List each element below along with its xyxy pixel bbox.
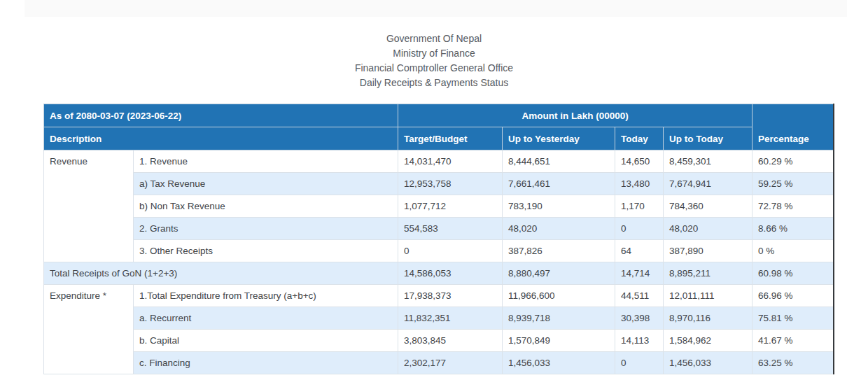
table-row: b) Non Tax Revenue1,077,712783,1901,1707…	[44, 195, 834, 218]
row-description: 2. Grants	[134, 218, 398, 240]
table-row: Revenue1. Revenue14,031,4708,444,65114,6…	[44, 150, 834, 173]
value-cell: 1,584,962	[664, 330, 752, 352]
row-description: 1. Revenue	[134, 150, 398, 173]
value-cell: 0 %	[752, 240, 834, 262]
value-cell: 8,970,116	[664, 307, 752, 330]
report-table-body: Revenue1. Revenue14,031,4708,444,65114,6…	[44, 150, 834, 374]
value-cell: 48,020	[503, 218, 615, 240]
table-row: c. Financing2,302,1771,456,03301,456,033…	[44, 352, 834, 374]
row-description: 3. Other Receipts	[134, 240, 398, 262]
value-cell: 12,953,758	[398, 173, 503, 195]
value-cell: 387,826	[503, 240, 615, 262]
value-cell: 784,360	[664, 195, 752, 218]
table-row: Total Receipts of GoN (1+2+3)14,586,0538…	[44, 262, 834, 285]
title-line-report-name: Daily Receipts & Payments Status	[0, 76, 868, 90]
row-description: 1.Total Expenditure from Treasury (a+b+c…	[134, 285, 398, 307]
value-cell: 64	[615, 240, 664, 262]
row-description: b. Capital	[134, 330, 398, 352]
value-cell: 12,011,111	[664, 285, 752, 307]
value-cell: 783,190	[503, 195, 615, 218]
value-cell: 60.29 %	[752, 150, 834, 173]
value-cell: 1,456,033	[503, 352, 615, 374]
column-header-up-to-today: Up to Today	[664, 127, 752, 150]
value-cell: 8,939,718	[503, 307, 615, 330]
value-cell: 1,077,712	[398, 195, 503, 218]
column-header-today: Today	[615, 127, 664, 150]
value-cell: 13,480	[615, 173, 664, 195]
value-cell: 60.98 %	[752, 262, 834, 285]
column-header-up-to-yesterday: Up to Yesterday	[503, 127, 615, 150]
value-cell: 14,714	[615, 262, 664, 285]
value-cell: 554,583	[398, 218, 503, 240]
value-cell: 14,586,053	[398, 262, 503, 285]
value-cell: 8,459,301	[664, 150, 752, 173]
column-header-percentage: Percentage	[752, 104, 834, 150]
value-cell: 41.67 %	[752, 330, 834, 352]
table-row: Expenditure *1.Total Expenditure from Tr…	[44, 285, 834, 307]
value-cell: 387,890	[664, 240, 752, 262]
value-cell: 17,938,373	[398, 285, 503, 307]
table-row: 2. Grants554,58348,020048,0208.66 %	[44, 218, 834, 240]
table-row: 3. Other Receipts0387,82664387,8900 %	[44, 240, 834, 262]
column-header-description: Description	[44, 127, 398, 150]
title-line-ministry: Ministry of Finance	[0, 46, 868, 61]
value-cell: 8.66 %	[752, 218, 834, 240]
value-cell: 59.25 %	[752, 173, 834, 195]
value-cell: 75.81 %	[752, 307, 834, 330]
value-cell: 14,650	[615, 150, 664, 173]
value-cell: 7,661,461	[503, 173, 615, 195]
value-cell: 11,832,351	[398, 307, 503, 330]
title-line-government: Government Of Nepal	[0, 31, 868, 46]
value-cell: 63.25 %	[752, 352, 834, 374]
value-cell: 8,880,497	[503, 262, 615, 285]
value-cell: 1,170	[615, 195, 664, 218]
value-cell: 0	[398, 240, 503, 262]
as-of-date-header: As of 2080-03-07 (2023-06-22)	[44, 104, 398, 127]
value-cell: 0	[615, 352, 664, 374]
value-cell: 7,674,941	[664, 173, 752, 195]
value-cell: 8,895,211	[664, 262, 752, 285]
row-description: c. Financing	[134, 352, 398, 374]
report-title-block: Government Of Nepal Ministry of Finance …	[0, 31, 868, 90]
table-row: a. Recurrent11,832,3518,939,71830,3988,9…	[44, 307, 834, 330]
top-toolbar-strip	[24, 0, 847, 17]
title-line-office: Financial Comptroller General Office	[0, 61, 868, 76]
amount-unit-header: Amount in Lakh (00000)	[398, 104, 752, 127]
value-cell: 72.78 %	[752, 195, 834, 218]
row-description: a) Tax Revenue	[134, 173, 398, 195]
column-header-target-budget: Target/Budget	[398, 127, 503, 150]
value-cell: 1,456,033	[664, 352, 752, 374]
value-cell: 44,511	[615, 285, 664, 307]
value-cell: 30,398	[615, 307, 664, 330]
value-cell: 2,302,177	[398, 352, 503, 374]
value-cell: 66.96 %	[752, 285, 834, 307]
value-cell: 0	[615, 218, 664, 240]
row-group-label: Revenue	[44, 150, 134, 262]
table-header: As of 2080-03-07 (2023-06-22) Amount in …	[44, 104, 834, 150]
row-description: Total Receipts of GoN (1+2+3)	[44, 262, 398, 285]
table-row: b. Capital3,803,8451,570,84914,1131,584,…	[44, 330, 834, 352]
header-row-top: As of 2080-03-07 (2023-06-22) Amount in …	[44, 104, 834, 127]
value-cell: 3,803,845	[398, 330, 503, 352]
daily-receipts-payments-table: As of 2080-03-07 (2023-06-22) Amount in …	[43, 104, 834, 374]
value-cell: 8,444,651	[503, 150, 615, 173]
table-row: a) Tax Revenue12,953,7587,661,46113,4807…	[44, 173, 834, 195]
value-cell: 48,020	[664, 218, 752, 240]
header-row-columns: Description Target/Budget Up to Yesterda…	[44, 127, 834, 150]
value-cell: 11,966,600	[503, 285, 615, 307]
row-group-label: Expenditure *	[44, 285, 134, 374]
value-cell: 1,570,849	[503, 330, 615, 352]
row-description: a. Recurrent	[134, 307, 398, 330]
value-cell: 14,031,470	[398, 150, 503, 173]
row-description: b) Non Tax Revenue	[134, 195, 398, 218]
value-cell: 14,113	[615, 330, 664, 352]
